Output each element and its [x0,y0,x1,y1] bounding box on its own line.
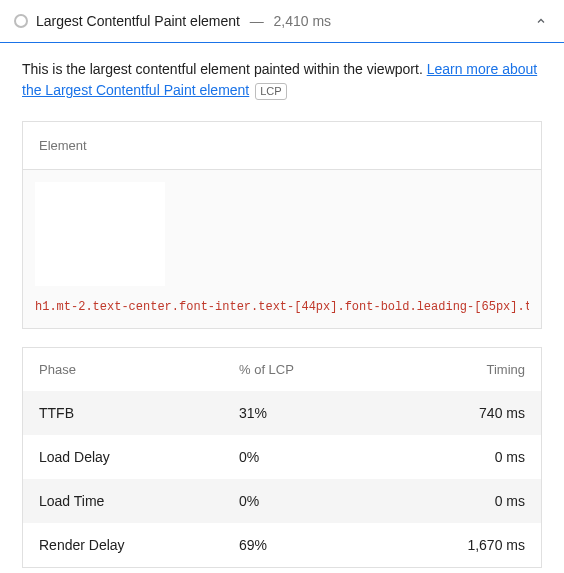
cell-percent: 0% [239,449,359,465]
cell-phase: Load Delay [39,449,239,465]
col-timing: Timing [359,362,525,377]
cell-percent: 31% [239,405,359,421]
element-panel: Element h1.mt-2.text-center.font-inter.t… [22,121,542,329]
cell-timing: 740 ms [359,405,525,421]
audit-title: Largest Contentful Paint element [36,13,240,29]
audit-content: This is the largest contentful element p… [0,43,564,573]
cell-percent: 69% [239,537,359,553]
col-percent: % of LCP [239,362,359,377]
desc-text: This is the largest contentful element p… [22,61,427,77]
table-row: Load Time 0% 0 ms [23,479,541,523]
table-row: TTFB 31% 740 ms [23,391,541,435]
chevron-up-icon[interactable] [532,12,550,30]
audit-separator: — [246,13,268,29]
cell-timing: 0 ms [359,449,525,465]
audit-header-row[interactable]: Largest Contentful Paint element — 2,410… [0,0,564,43]
table-row: Load Delay 0% 0 ms [23,435,541,479]
cell-phase: Load Time [39,493,239,509]
table-row: Render Delay 69% 1,670 ms [23,523,541,567]
audit-title-wrap: Largest Contentful Paint element — 2,410… [36,13,331,29]
phase-table: Phase % of LCP Timing TTFB 31% 740 ms Lo… [22,347,542,568]
table-header-row: Phase % of LCP Timing [23,348,541,391]
audit-time: 2,410 ms [273,13,331,29]
element-panel-body: h1.mt-2.text-center.font-inter.text-[44p… [23,170,541,328]
status-circle-icon [14,14,28,28]
element-panel-heading: Element [23,122,541,170]
cell-timing: 0 ms [359,493,525,509]
lcp-badge: LCP [255,83,286,100]
cell-timing: 1,670 ms [359,537,525,553]
col-phase: Phase [39,362,239,377]
cell-percent: 0% [239,493,359,509]
cell-phase: Render Delay [39,537,239,553]
audit-description: This is the largest contentful element p… [22,59,542,101]
cell-phase: TTFB [39,405,239,421]
element-thumbnail [35,182,165,286]
element-selector: h1.mt-2.text-center.font-inter.text-[44p… [35,300,529,314]
